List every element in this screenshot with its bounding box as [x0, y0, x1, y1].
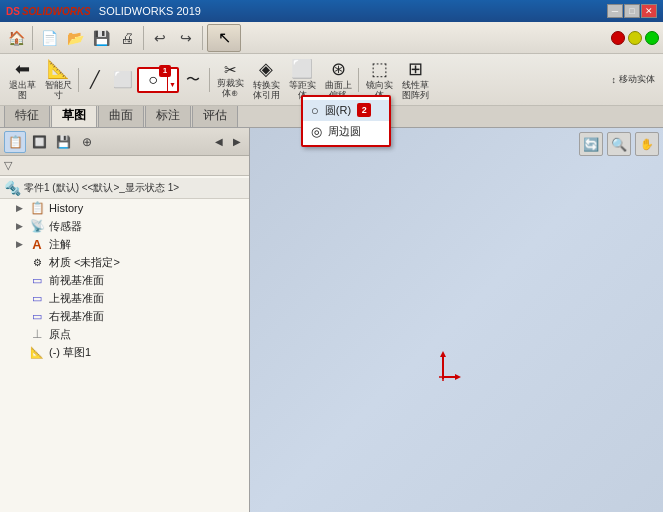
canvas-area: 🔄 🔍 ✋ [250, 128, 663, 512]
save-group: 💾 [89, 26, 113, 50]
part-icon: 🔩 [4, 180, 21, 196]
linear-pattern-btn[interactable]: ⊞ 线性草图阵列 [397, 57, 433, 103]
linear-pattern-icon: ⊞ [408, 58, 423, 80]
tree-item-sensors[interactable]: ▶ 📡 传感器 [0, 217, 249, 235]
line-btn[interactable]: ╱ [81, 57, 109, 103]
circle-opt-badge: 2 [357, 103, 371, 117]
traffic-lights [611, 31, 659, 45]
sep-sketch2 [209, 68, 210, 92]
front-plane-icon: ▭ [28, 272, 46, 288]
sep-sketch1 [78, 68, 79, 92]
tree-item-origin[interactable]: ▶ ⊥ 原点 [0, 325, 249, 343]
coord-cross-svg [423, 349, 463, 389]
tree-item-material[interactable]: ▶ ⚙ 材质 <未指定> [0, 253, 249, 271]
ds-logo-text: DS [6, 6, 20, 17]
exit-sketch-btn[interactable]: ⬅ 退出草图 [4, 57, 40, 103]
annotations-label: 注解 [49, 237, 71, 252]
convert-btn[interactable]: ◈ 转换实体引用 [248, 57, 284, 103]
annotations-icon: A [28, 236, 46, 252]
main-area: 📋 🔲 💾 ⊕ ◀ ▶ ▽ 🔩 零件1 (默认) <<默认>_显示状态 1> ▶… [0, 128, 663, 512]
rect-icon: ⬜ [113, 70, 133, 89]
material-label: 材质 <未指定> [49, 255, 120, 270]
print-btn[interactable]: 🖨 [115, 26, 139, 50]
redo-btn[interactable]: ↪ [174, 26, 198, 50]
smart-dim-btn[interactable]: 📐 智能尺寸 [40, 57, 76, 103]
canvas-inner: 🔄 🔍 ✋ [250, 128, 663, 512]
open-btn[interactable]: 📂 [63, 26, 87, 50]
spline-btn[interactable]: 〜 [179, 57, 207, 103]
close-btn[interactable]: ✕ [641, 4, 657, 18]
top-plane-label: 上视基准面 [49, 291, 104, 306]
spline-icon: 〜 [186, 71, 200, 89]
panel-props-btn[interactable]: 🔲 [28, 131, 50, 153]
right-plane-expand: ▶ [16, 311, 28, 321]
zoom-btn[interactable]: 🔍 [607, 132, 631, 156]
home-btn[interactable]: 🏠 [4, 26, 28, 50]
circle-option[interactable]: ○ 圆(R) 2 [303, 100, 389, 121]
front-plane-expand: ▶ [16, 275, 28, 285]
pan-btn[interactable]: ✋ [635, 132, 659, 156]
tab-features[interactable]: 特征 [4, 103, 50, 127]
tree-item-annotations[interactable]: ▶ A 注解 [0, 235, 249, 253]
history-icon: 📋 [28, 200, 46, 216]
mirror-icon: ⬚ [371, 58, 388, 80]
svg-marker-3 [455, 374, 461, 380]
panel-target-btn[interactable]: ⊕ [76, 131, 98, 153]
tree-item-top-plane[interactable]: ▶ ▭ 上视基准面 [0, 289, 249, 307]
tab-sketch[interactable]: 草图 [51, 103, 97, 127]
panel-toolbar: 📋 🔲 💾 ⊕ ◀ ▶ [0, 128, 249, 156]
right-plane-label: 右视基准面 [49, 309, 104, 324]
sep3 [202, 26, 203, 50]
sketch-toolbar: ⬅ 退出草图 📐 智能尺寸 ╱ ⬜ ○ ▼ 1 ○ 圆( [0, 54, 663, 106]
undo-btn[interactable]: ↩ [148, 26, 172, 50]
top-plane-expand: ▶ [16, 293, 28, 303]
perimeter-circle-option[interactable]: ◎ 周边圆 [303, 121, 389, 142]
sep-sketch3 [358, 68, 359, 92]
offset-icon: ⬜ [291, 58, 313, 80]
panel-tree-btn[interactable]: 📋 [4, 131, 26, 153]
panel-config-btn[interactable]: 💾 [52, 131, 74, 153]
circle-btn-highlight: ○ ▼ [137, 67, 179, 93]
tree-item-history[interactable]: ▶ 📋 History [0, 199, 249, 217]
new-btn[interactable]: 📄 [37, 26, 61, 50]
tab-evaluate[interactable]: 评估 [192, 103, 238, 127]
right-plane-icon: ▭ [28, 308, 46, 324]
filter-row: ▽ [0, 156, 249, 176]
material-expand: ▶ [16, 257, 28, 267]
perimeter-opt-icon: ◎ [311, 124, 322, 139]
circle-arrow-icon: ▼ [169, 81, 176, 88]
circle-opt-icon: ○ [311, 103, 319, 118]
line-icon: ╱ [90, 70, 100, 89]
rotate-view-btn[interactable]: 🔄 [579, 132, 603, 156]
sensors-label: 传感器 [49, 219, 82, 234]
sensors-expand: ▶ [16, 221, 28, 231]
tab-surface[interactable]: 曲面 [98, 103, 144, 127]
save-btn[interactable]: 💾 [89, 26, 113, 50]
sketch1-icon: 📐 [28, 344, 46, 360]
nav-next-btn[interactable]: ▶ [229, 131, 245, 153]
nav-prev-btn[interactable]: ◀ [211, 131, 227, 153]
minimize-btn[interactable]: ─ [607, 4, 623, 18]
smart-dim-icon: 📐 [47, 58, 69, 80]
green-light [645, 31, 659, 45]
history-label: History [49, 202, 83, 214]
rect-btn[interactable]: ⬜ [109, 57, 137, 103]
origin-label: 原点 [49, 327, 71, 342]
tree-item-sketch1[interactable]: ▶ 📐 (-) 草图1 [0, 343, 249, 361]
tree-item-front-plane[interactable]: ▶ ▭ 前视基准面 [0, 271, 249, 289]
trim-btn[interactable]: ✂ 剪裁实体⊕ [212, 57, 248, 103]
right-tools: ↕ 移动实体 [612, 73, 660, 86]
sep2 [143, 26, 144, 50]
sensors-icon: 📡 [28, 218, 46, 234]
maximize-btn[interactable]: □ [624, 4, 640, 18]
annotations-expand: ▶ [16, 239, 28, 249]
red-light [611, 31, 625, 45]
feature-tree: 🔩 零件1 (默认) <<默认>_显示状态 1> ▶ 📋 History ▶ 📡… [0, 176, 249, 512]
trim-icon-wrap: ✂ [224, 61, 237, 79]
window-controls: ─ □ ✕ [607, 4, 657, 18]
origin-expand: ▶ [16, 329, 28, 339]
tree-item-right-plane[interactable]: ▶ ▭ 右视基准面 [0, 307, 249, 325]
circle-opt-label: 圆(R) [325, 103, 351, 118]
tab-annotation[interactable]: 标注 [145, 103, 191, 127]
select-btn[interactable]: ↖ [207, 24, 241, 52]
